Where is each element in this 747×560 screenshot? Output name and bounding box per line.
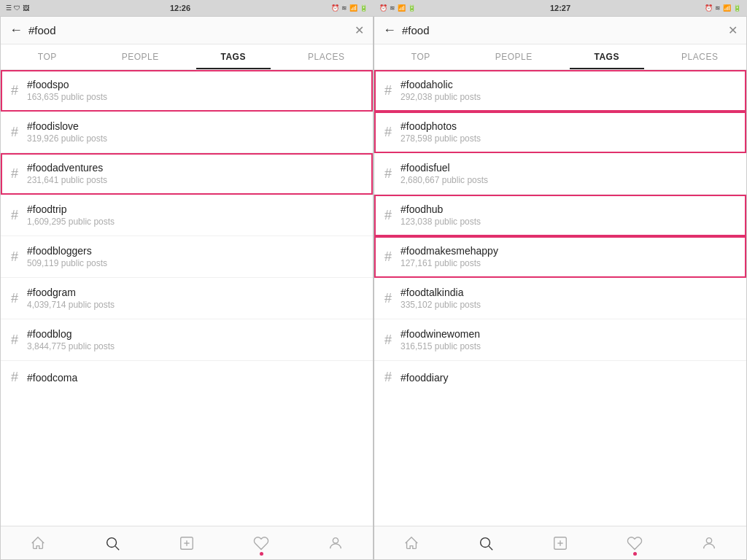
left-tag-item-0[interactable]: # #foodspo 163,635 public posts [1,70,373,112]
tag-info-right-3: #foodhub 123,038 public posts [400,203,736,227]
tag-count-left-5: 4,039,714 public posts [27,300,363,310]
right-tab-top[interactable]: TOP [374,44,468,69]
svg-line-1 [115,546,119,550]
right-tag-item-6[interactable]: # #foodwinewomen 316,515 public posts [374,319,746,361]
tag-info-right-1: #foodphotos 278,598 public posts [400,120,736,144]
hash-icon-right-7: # [384,370,392,385]
hash-icon-left-7: # [11,370,18,385]
tag-info-left-0: #foodspo 163,635 public posts [27,79,363,102]
tag-info-left-2: #foodadventures 231,641 public posts [27,162,363,185]
tag-count-right-2: 2,680,667 public posts [400,175,736,185]
left-close-button[interactable]: ✕ [355,23,364,37]
tag-info-right-4: #foodmakesmehappy 127,161 public posts [400,245,736,268]
right-close-button[interactable]: ✕ [728,23,738,37]
tag-count-left-6: 3,844,775 public posts [27,341,363,351]
hash-icon-left-5: # [11,291,18,306]
left-search-bar: ← #food ✕ [1,17,373,44]
right-nav-home[interactable] [374,526,449,560]
hash-icon-left-4: # [11,249,18,265]
right-tab-tags[interactable]: TAGS [560,44,654,69]
tag-name-right-0: #foodaholic [400,79,736,90]
svg-line-7 [489,546,492,550]
left-tab-people[interactable]: PEOPLE [94,44,187,69]
left-back-button[interactable]: ← [9,23,23,38]
tag-name-left-0: #foodspo [27,79,363,90]
tag-count-left-4: 509,119 public posts [27,258,363,268]
left-nav-search[interactable] [75,526,150,560]
right-tag-list: # #foodaholic 292,038 public posts # #fo… [374,70,746,526]
hash-icon-right-1: # [384,125,392,140]
right-bottom-nav [374,526,746,559]
right-nav-search[interactable] [449,526,523,560]
left-nav-heart[interactable] [224,526,298,560]
tag-name-right-4: #foodmakesmehappy [400,245,736,257]
hash-icon-left-2: # [11,166,18,182]
right-tag-item-4[interactable]: # #foodmakesmehappy 127,161 public posts [374,236,746,278]
svg-point-11 [706,537,711,542]
left-tab-places[interactable]: PLACES [280,44,374,69]
hash-icon-right-2: # [384,166,392,182]
left-nav-profile[interactable] [298,526,373,560]
left-status-time: 12:26 [170,4,190,12]
left-tag-item-7[interactable]: # #foodcoma [1,361,373,389]
right-nav-heart[interactable] [597,526,672,560]
left-tag-list: # #foodspo 163,635 public posts # #foodi… [1,70,373,526]
tag-info-left-1: #foodislove 319,926 public posts [27,120,363,144]
svg-point-0 [107,537,117,547]
right-heart-dot [633,552,637,556]
tag-name-right-3: #foodhub [400,203,736,215]
left-tag-item-5[interactable]: # #foodgram 4,039,714 public posts [1,278,373,319]
left-tag-item-1[interactable]: # #foodislove 319,926 public posts [1,112,373,153]
tag-name-right-1: #foodphotos [400,120,736,132]
tag-count-left-0: 163,635 public posts [27,92,363,102]
tag-name-right-2: #foodisfuel [400,162,736,174]
right-tag-item-5[interactable]: # #foodtalkindia 335,102 public posts [374,278,746,319]
right-back-button[interactable]: ← [383,23,396,38]
right-tab-people[interactable]: PEOPLE [468,44,561,69]
right-nav-add[interactable] [523,526,597,560]
left-tab-tags[interactable]: TAGS [187,44,280,69]
left-tab-top[interactable]: TOP [1,44,94,69]
right-nav-tabs: TOP PEOPLE TAGS PLACES [374,44,746,70]
tag-name-left-5: #foodgram [27,287,363,298]
tag-info-left-7: #foodcoma [27,372,363,384]
right-tag-item-0[interactable]: # #foodaholic 292,038 public posts [374,70,746,112]
right-search-query[interactable]: #food [402,24,722,36]
status-bar-left: ☰🛡🖼 12:26 ⏰≋📶🔋 [0,4,374,12]
right-phone-panel: ← #food ✕ TOP PEOPLE TAGS PLACES # #food… [374,16,747,560]
hash-icon-left-1: # [11,125,18,140]
tag-count-right-0: 292,038 public posts [400,92,736,102]
hash-icon-right-0: # [384,83,392,98]
tag-info-left-5: #foodgram 4,039,714 public posts [27,287,363,310]
hash-icon-right-4: # [384,249,392,265]
right-tag-item-2[interactable]: # #foodisfuel 2,680,667 public posts [374,153,746,195]
tag-name-right-5: #foodtalkindia [400,287,736,298]
right-tag-item-7[interactable]: # #fooddiary [374,361,746,389]
tag-name-left-1: #foodislove [27,120,363,132]
right-status-time: 12:27 [550,4,570,12]
left-nav-home[interactable] [1,526,75,560]
svg-point-6 [481,537,490,547]
hash-icon-left-6: # [11,332,18,348]
tag-name-left-6: #foodblog [27,328,363,340]
tag-count-left-1: 319,926 public posts [27,133,363,144]
tag-info-right-7: #fooddiary [400,372,736,384]
left-tag-item-4[interactable]: # #foodbloggers 509,119 public posts [1,236,373,278]
right-tag-item-3[interactable]: # #foodhub 123,038 public posts [374,195,746,236]
right-nav-profile[interactable] [672,526,746,560]
right-right-status-icons: ⏰≋📶🔋 [705,4,741,12]
tag-info-right-2: #foodisfuel 2,680,667 public posts [400,162,736,185]
right-tab-places[interactable]: PLACES [654,44,747,69]
hash-icon-right-6: # [384,332,392,348]
tag-info-left-3: #foodtrip 1,609,295 public posts [27,203,363,227]
left-status-icons: ☰🛡🖼 [6,4,29,12]
left-search-query[interactable]: #food [28,24,349,36]
tag-count-right-6: 316,515 public posts [400,341,736,351]
right-tag-item-1[interactable]: # #foodphotos 278,598 public posts [374,112,746,153]
left-nav-add[interactable] [150,526,224,560]
tag-name-right-6: #foodwinewomen [400,328,736,340]
left-tag-item-2[interactable]: # #foodadventures 231,641 public posts [1,153,373,195]
left-tag-item-6[interactable]: # #foodblog 3,844,775 public posts [1,319,373,361]
left-tag-item-3[interactable]: # #foodtrip 1,609,295 public posts [1,195,373,236]
left-phone-panel: ← #food ✕ TOP PEOPLE TAGS PLACES # #food… [0,16,374,560]
